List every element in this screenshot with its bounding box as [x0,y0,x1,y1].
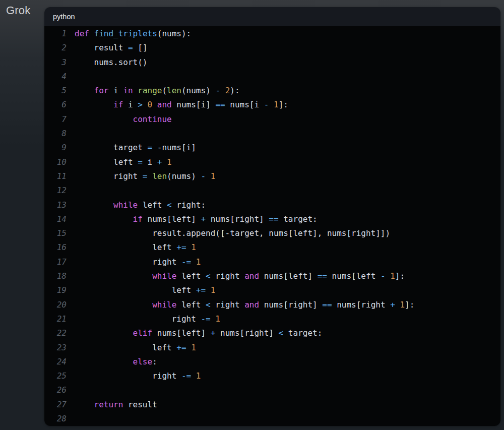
code-line: 13 while left < right: [44,198,500,212]
line-number: 23 [44,341,67,355]
code-text: if nums[left] + nums[right] == target: [67,212,318,226]
code-text: left = i + 1 [67,155,172,169]
code-text: right -= 1 [67,369,201,383]
code-text: return result [67,398,157,412]
code-line: 14 if nums[left] + nums[right] == target… [44,212,500,226]
code-line: 26 [44,383,500,397]
line-number: 20 [44,298,67,312]
line-number: 22 [44,326,67,340]
line-number: 4 [44,70,67,84]
code-line: 19 left += 1 [44,283,500,297]
code-text: right = len(nums) - 1 [67,169,215,183]
line-number: 9 [44,141,67,155]
code-text: while left < right and nums[left] == num… [67,269,405,283]
code-line: 4 [44,70,500,84]
code-text: for i in range(len(nums) - 2): [67,84,240,98]
code-line: 6 if i > 0 and nums[i] == nums[i - 1]: [44,98,500,112]
code-line: 18 while left < right and nums[left] == … [44,269,500,283]
code-text: nums.sort() [67,55,148,70]
line-number: 8 [44,127,67,141]
code-line: 12 [44,183,500,198]
line-number: 14 [44,212,67,226]
code-text: while left < right and nums[right] == nu… [67,298,414,312]
line-number: 18 [44,269,67,283]
code-body[interactable]: 1def find_triplets(nums):2 result = []3 … [44,26,500,426]
code-text: continue [67,112,172,127]
line-number: 24 [44,355,67,369]
code-line: 22 elif nums[left] + nums[right] < targe… [44,326,500,340]
code-line: 2 result = [] [44,41,500,55]
line-number: 11 [44,169,67,183]
code-line: 27 return result [44,398,500,412]
line-number: 2 [44,41,67,55]
line-number: 15 [44,226,67,240]
code-line: 11 right = len(nums) - 1 [44,169,500,183]
line-number: 17 [44,255,67,269]
code-line: 7 continue [44,112,500,127]
code-language-label: python [53,13,75,21]
code-text: def find_triplets(nums): [67,27,191,41]
line-number: 25 [44,369,67,383]
code-line: 16 left += 1 [44,240,500,255]
line-number: 7 [44,112,67,127]
code-text: result = [] [67,41,148,55]
code-line: 24 else: [44,355,500,369]
code-text: if i > 0 and nums[i] == nums[i - 1]: [67,98,288,112]
code-text [67,383,75,397]
code-block: python 1def find_triplets(nums):2 result… [44,7,500,426]
code-text: left += 1 [67,240,196,255]
code-line: 25 right -= 1 [44,369,500,383]
code-line: 23 left += 1 [44,341,500,355]
line-number: 19 [44,283,67,297]
line-number: 16 [44,240,67,255]
code-text [67,412,75,426]
code-line: 15 result.append([-target, nums[left], n… [44,226,500,240]
code-line: 1def find_triplets(nums): [44,27,500,41]
line-number: 10 [44,155,67,169]
code-line: 21 right -= 1 [44,312,500,326]
code-line: 17 right -= 1 [44,255,500,269]
code-text: target = -nums[i] [67,141,196,155]
code-line: 8 [44,127,500,141]
line-number: 13 [44,198,67,212]
line-number: 21 [44,312,67,326]
code-line: 9 target = -nums[i] [44,141,500,155]
code-text: else: [67,355,157,369]
code-text: right -= 1 [67,312,220,326]
line-number: 27 [44,398,67,412]
code-text: while left < right: [67,198,206,212]
line-number: 5 [44,84,67,98]
code-line: 10 left = i + 1 [44,155,500,169]
code-text [67,70,75,84]
code-text [67,183,75,198]
line-number: 1 [44,27,67,41]
line-number: 26 [44,383,67,397]
app-title: Grok [6,4,30,17]
code-text [67,127,75,141]
code-block-header: python [44,7,500,26]
line-number: 12 [44,183,67,198]
line-number: 28 [44,412,67,426]
code-text: elif nums[left] + nums[right] < target: [67,326,322,340]
code-text: left += 1 [67,283,215,297]
line-number: 6 [44,98,67,112]
code-text: right -= 1 [67,255,201,269]
code-line: 3 nums.sort() [44,55,500,70]
code-line: 5 for i in range(len(nums) - 2): [44,84,500,98]
code-text: left += 1 [67,341,196,355]
code-line: 20 while left < right and nums[right] ==… [44,298,500,312]
page: { "app": { "title": "Grok" }, "code_bloc… [0,0,504,430]
code-line: 28 [44,412,500,426]
code-text: result.append([-target, nums[left], nums… [67,226,390,240]
line-number: 3 [44,55,67,70]
